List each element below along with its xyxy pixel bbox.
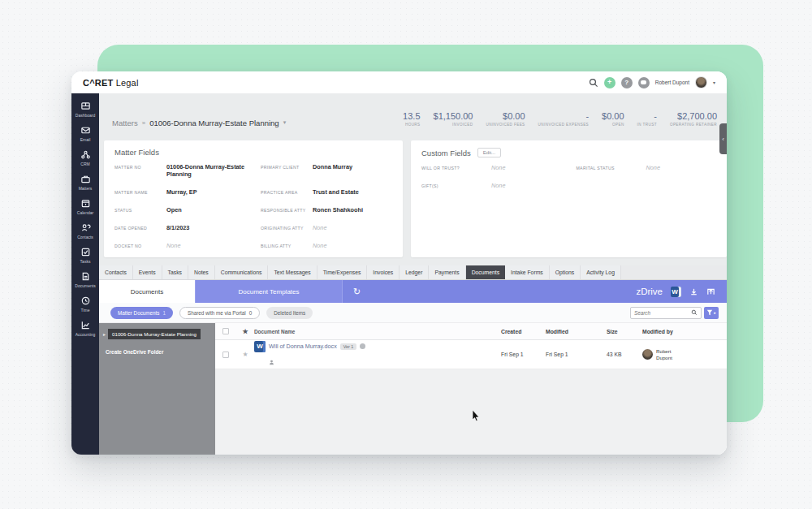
filter-matter-documents[interactable]: Matter Documents 1 [110, 307, 173, 319]
financial-invoiced: $1,150.00 INVOICED [434, 111, 473, 127]
field-date-opened: DATE OPENED 8/1/2023 [114, 224, 246, 231]
tab-options[interactable]: Options [550, 265, 581, 279]
table-row[interactable]: ★ W Will of Donna Murray.docx Ver 1 [215, 340, 727, 369]
field-matter-no: MATTER NO 01006-Donna Murray-Estate Plan… [114, 163, 246, 178]
matter-fields-card: Matter Fields MATTER NO 01006-Donna Murr… [104, 140, 403, 257]
breadcrumb-caret-icon[interactable]: ▾ [283, 119, 287, 126]
sidebar-item-matters[interactable]: Matters [71, 171, 99, 194]
tab-ledger[interactable]: Ledger [400, 265, 429, 279]
chat-button[interactable] [638, 77, 650, 88]
selected-folder-label[interactable]: 01006-Donna Murray-Estate Planning [108, 329, 201, 339]
field-marital-status: MARITAL STATUS None [577, 164, 717, 171]
refresh-icon[interactable]: ↻ [353, 280, 361, 303]
folder-expander-icon[interactable]: ▸ [103, 331, 106, 337]
column-created[interactable]: Created [501, 329, 546, 334]
sidebar-item-email[interactable]: Email [71, 123, 99, 145]
column-size[interactable]: Size [607, 329, 642, 334]
tab-documents[interactable]: Documents [466, 265, 505, 279]
documents-table: ★ Document Name Created Modified Size Mo… [215, 323, 727, 455]
assignee-person-icon [269, 360, 274, 365]
document-templates-subtab[interactable]: Document Templates [195, 280, 343, 303]
chat-bubble-icon [641, 80, 646, 84]
tab-communications[interactable]: Communications [215, 265, 269, 279]
modified-by-name: Robert Dupont [656, 348, 672, 360]
documents-search [630, 307, 702, 319]
field-originating-atty: ORIGINATING ATTY None [261, 224, 392, 231]
search-icon [691, 309, 698, 316]
user-menu-caret-icon[interactable]: ▾ [713, 80, 715, 85]
breadcrumb-matter[interactable]: 01006-Donna Murray-Estate Planning [149, 119, 279, 127]
column-modified-by[interactable]: Modified by [642, 329, 727, 334]
zdrive-label: zDrive [636, 287, 663, 296]
tab-contacts[interactable]: Contacts [99, 265, 133, 279]
download-icon[interactable] [689, 287, 698, 296]
financial-in-trust: - IN TRUST [637, 111, 657, 127]
field-practice-area: PRACTICE AREA Trust and Estate [261, 188, 392, 196]
documents-search-input[interactable] [634, 310, 691, 316]
chart-icon [80, 320, 91, 330]
tab-notes[interactable]: Notes [188, 265, 215, 279]
tab-invoices[interactable]: Invoices [367, 265, 400, 279]
sidebar-item-documents[interactable]: Documents [71, 269, 99, 291]
filter-shared-portal[interactable]: Shared with me via Portal 0 [179, 307, 260, 319]
filter-deleted-items[interactable]: Deleted Items [266, 307, 313, 319]
filter-caret-icon: ▸ [714, 310, 716, 315]
sidebar-item-contacts[interactable]: Contacts [71, 220, 99, 243]
sidebar-item-dashboard[interactable]: Dashboard [71, 98, 99, 121]
sidebar-item-tasks[interactable]: Tasks [71, 244, 99, 267]
brand-logo: C^RET Legal [83, 78, 139, 88]
custom-fields-edit-button[interactable]: Edit... [477, 148, 501, 157]
row-checkbox[interactable] [222, 352, 229, 358]
tab-tasks[interactable]: Tasks [162, 265, 188, 279]
sidebar-item-time[interactable]: Time [71, 293, 99, 316]
matter-tab-strip: Contacts Events Tasks Notes Communicatio… [99, 265, 727, 280]
financial-uninvoiced-fees: $0.00 UNINVOICED FEES [486, 111, 525, 127]
breadcrumb-separator-icon: » [142, 119, 145, 127]
tab-text-messages[interactable]: Text Messages [268, 265, 317, 279]
document-link[interactable]: Will of Donna Murray.docx [269, 343, 337, 350]
financial-open: $0.00 OPEN [602, 111, 624, 127]
advanced-filter-button[interactable]: ▸ [704, 307, 719, 319]
column-document-name[interactable]: Document Name [254, 329, 501, 334]
field-billing-atty: BILLING ATTY None [261, 242, 392, 249]
table-empty-area [215, 369, 727, 455]
sidebar-item-calendar[interactable]: Calendar [71, 196, 99, 218]
field-docket-no: DOCKET NO None [114, 242, 246, 249]
breadcrumb[interactable]: Matters » 01006-Donna Murray-Estate Plan… [112, 105, 286, 140]
select-all-checkbox[interactable] [222, 328, 229, 334]
search-icon[interactable] [589, 78, 598, 88]
tab-events[interactable]: Events [133, 265, 162, 279]
contacts-icon [80, 222, 91, 233]
financial-summary: 13.5 HOURS $1,150.00 INVOICED $0.00 UNIN… [403, 111, 717, 140]
folder-tree-item[interactable]: ▸ 01006-Donna Murray-Estate Planning [99, 329, 215, 339]
row-created: Fri Sep 1 [501, 352, 546, 357]
create-onedrive-folder-link[interactable]: Create OneDrive Folder [106, 349, 215, 355]
breadcrumb-section[interactable]: Matters [112, 119, 138, 127]
summary-collapse-tab[interactable]: ‹ [719, 123, 727, 154]
star-column-header-icon[interactable]: ★ [236, 328, 254, 335]
sidebar-item-accounting[interactable]: Accounting [71, 317, 99, 340]
sidebar-item-crm[interactable]: CRM [71, 147, 99, 170]
column-modified[interactable]: Modified [546, 329, 607, 334]
documents-subtab[interactable]: Documents [99, 280, 195, 303]
tab-time-expenses[interactable]: Time/Expenses [317, 265, 368, 279]
app-window: C^RET Legal + ? Robert Dupont ▾ Dashboar… [71, 71, 727, 455]
tab-intake-forms[interactable]: Intake Forms [505, 265, 550, 279]
tab-payments[interactable]: Payments [429, 265, 465, 279]
tasks-icon [80, 247, 91, 257]
version-badge: Ver 1 [340, 343, 357, 350]
briefcase-icon [80, 174, 91, 184]
tab-activity-log[interactable]: Activity Log [581, 265, 621, 279]
add-button[interactable]: + [604, 77, 615, 88]
matter-topbar: Matters » 01006-Donna Murray-Estate Plan… [99, 93, 727, 140]
row-star-icon[interactable]: ★ [236, 351, 254, 358]
visibility-icon[interactable] [360, 343, 365, 349]
help-button[interactable]: ? [621, 77, 633, 88]
user-avatar[interactable] [695, 76, 707, 88]
funnel-icon [706, 309, 713, 316]
app-header: C^RET Legal + ? Robert Dupont ▾ [71, 71, 727, 93]
calendar-icon [80, 198, 91, 209]
email-icon [80, 125, 91, 136]
upload-icon[interactable] [706, 287, 715, 296]
word-app-icon[interactable]: W [671, 287, 681, 297]
